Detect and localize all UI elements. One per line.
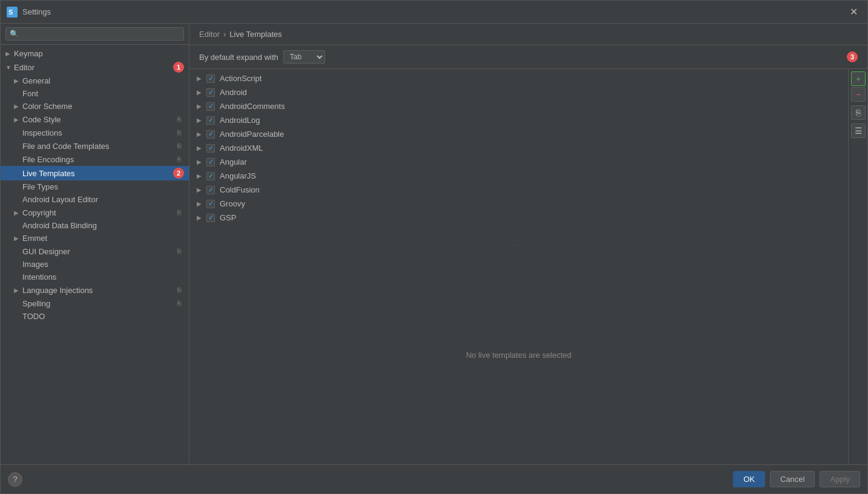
- sidebar-item-label: Spelling: [22, 299, 174, 308]
- sidebar-item-label: Editor: [14, 63, 171, 72]
- search-input[interactable]: [21, 30, 180, 38]
- expand-select[interactable]: Tab Enter Space: [283, 50, 325, 64]
- app-icon: S: [7, 7, 18, 18]
- template-group-coldfusion[interactable]: ▶ ColdFusion: [189, 183, 848, 197]
- template-checkbox[interactable]: [206, 88, 215, 97]
- settings-window: S Settings ✕ 🔍 ▶ Keymap: [0, 0, 868, 494]
- badge-3: 3: [847, 51, 858, 62]
- arrow-icon: ▶: [14, 209, 22, 216]
- expand-arrow-icon: ▶: [197, 75, 204, 82]
- search-icon: 🔍: [10, 30, 19, 38]
- sidebar-item-label: Images: [22, 260, 184, 269]
- close-button[interactable]: ✕: [846, 5, 861, 19]
- help-button[interactable]: ?: [8, 472, 22, 487]
- sidebar-item-file-types[interactable]: ▶ File Types: [1, 180, 189, 193]
- copy-icon: ⎘: [174, 208, 184, 217]
- template-group-gsp[interactable]: ▶ GSP: [189, 211, 848, 225]
- sidebar-item-label: File Encodings: [22, 155, 174, 164]
- templates-list: ▶ ActionScript ▶ Android ▶: [189, 69, 848, 244]
- template-checkbox[interactable]: [206, 186, 215, 194]
- expand-arrow-icon: ▶: [197, 103, 204, 110]
- template-name: ActionScript: [220, 74, 261, 83]
- template-checkbox[interactable]: [206, 214, 215, 222]
- template-group-androidcomments[interactable]: ▶ AndroidComments: [189, 99, 848, 113]
- arrow-icon: ▶: [5, 50, 14, 57]
- template-group-androidparcelable[interactable]: ▶ AndroidParcelable: [189, 127, 848, 141]
- sidebar-item-label: Font: [22, 89, 184, 98]
- main-content: 🔍 ▶ Keymap ▼ Editor 1 ▶: [1, 24, 867, 464]
- template-group-android[interactable]: ▶ Android: [189, 85, 848, 99]
- badge-2: 2: [173, 168, 184, 179]
- content-header: Editor › Live Templates: [189, 24, 867, 45]
- menu-template-button[interactable]: ☰: [851, 123, 866, 138]
- sidebar-item-label: Copyright: [22, 208, 174, 217]
- copy-icon: ⎘: [174, 246, 184, 256]
- sidebar-item-android-data-binding[interactable]: ▶ Android Data Binding: [1, 219, 189, 232]
- sidebar-item-label: Keymap: [14, 49, 184, 58]
- arrow-icon: ▶: [14, 77, 22, 84]
- template-checkbox[interactable]: [206, 158, 215, 166]
- sidebar-item-label: Live Templates: [22, 169, 171, 178]
- template-checkbox[interactable]: [206, 74, 215, 83]
- sidebar-item-gui-designer[interactable]: ▶ GUI Designer ⎘: [1, 245, 189, 258]
- template-group-angular[interactable]: ▶ Angular: [189, 155, 848, 169]
- sidebar-item-color-scheme[interactable]: ▶ Color Scheme: [1, 100, 189, 113]
- template-group-angularjs[interactable]: ▶ AngularJS: [189, 169, 848, 183]
- sidebar-item-todo[interactable]: ▶ TODO: [1, 310, 189, 323]
- breadcrumb-current: Live Templates: [229, 30, 281, 39]
- sidebar-item-code-style[interactable]: ▶ Code Style ⎘: [1, 113, 189, 126]
- sidebar-item-language-injections[interactable]: ▶ Language Injections ⎘: [1, 283, 189, 297]
- apply-button[interactable]: Apply: [820, 471, 860, 487]
- template-checkbox[interactable]: [206, 130, 215, 139]
- arrow-icon: ▼: [5, 64, 14, 71]
- sidebar-item-general[interactable]: ▶ General: [1, 74, 189, 87]
- template-group-androidlog[interactable]: ▶ AndroidLog: [189, 113, 848, 127]
- sidebar-item-spelling[interactable]: ▶ Spelling ⎘: [1, 297, 189, 310]
- sidebar-item-label: Color Scheme: [22, 102, 184, 111]
- sidebar-item-android-layout-editor[interactable]: ▶ Android Layout Editor: [1, 193, 189, 206]
- template-group-actionscript[interactable]: ▶ ActionScript: [189, 71, 848, 85]
- template-group-androidxml[interactable]: ▶ AndroidXML: [189, 141, 848, 155]
- template-checkbox[interactable]: [206, 200, 215, 208]
- sidebar-item-label: Inspections: [22, 128, 174, 137]
- sidebar-item-editor[interactable]: ▼ Editor 1: [1, 60, 189, 74]
- sidebar-item-file-code-templates[interactable]: ▶ File and Code Templates ⎘: [1, 139, 189, 153]
- template-checkbox[interactable]: [206, 144, 215, 153]
- template-group-groovy[interactable]: ▶ Groovy: [189, 197, 848, 211]
- footer-left: ?: [8, 472, 22, 487]
- sidebar-item-intentions[interactable]: ▶ Intentions: [1, 271, 189, 283]
- sidebar-item-keymap[interactable]: ▶ Keymap: [1, 47, 189, 60]
- template-name: AngularJS: [220, 171, 256, 180]
- title-bar: S Settings ✕: [1, 1, 867, 24]
- template-name: AndroidLog: [220, 116, 260, 125]
- template-checkbox[interactable]: [206, 172, 215, 180]
- sidebar: 🔍 ▶ Keymap ▼ Editor 1 ▶: [1, 24, 189, 464]
- content-area: Editor › Live Templates By default expan…: [189, 24, 867, 464]
- arrow-icon: ▶: [14, 287, 22, 294]
- sidebar-item-emmet[interactable]: ▶ Emmet: [1, 232, 189, 245]
- ok-button[interactable]: OK: [733, 471, 765, 487]
- expand-arrow-icon: ▶: [197, 200, 204, 207]
- sidebar-item-copyright[interactable]: ▶ Copyright ⎘: [1, 206, 189, 219]
- sidebar-item-file-encodings[interactable]: ▶ File Encodings ⎘: [1, 153, 189, 166]
- add-template-button[interactable]: +: [851, 71, 866, 86]
- template-checkbox[interactable]: [206, 102, 215, 111]
- arrow-icon: ▶: [14, 116, 22, 123]
- sidebar-item-label: Emmet: [22, 234, 184, 243]
- sidebar-item-live-templates[interactable]: ▶ Live Templates 2: [1, 166, 189, 180]
- template-checkbox[interactable]: [206, 116, 215, 125]
- sidebar-item-label: File and Code Templates: [22, 142, 174, 151]
- arrow-icon: ▶: [14, 103, 22, 110]
- window-title: Settings: [22, 7, 51, 16]
- sidebar-item-font[interactable]: ▶ Font: [1, 87, 189, 100]
- breadcrumb-parent: Editor: [199, 30, 220, 39]
- expand-label: By default expand with: [199, 53, 278, 62]
- cancel-button[interactable]: Cancel: [770, 471, 815, 487]
- sidebar-item-label: GUI Designer: [22, 247, 174, 256]
- remove-template-button[interactable]: −: [851, 87, 866, 102]
- sidebar-item-images[interactable]: ▶ Images: [1, 258, 189, 271]
- sidebar-item-label: File Types: [22, 182, 184, 191]
- sidebar-item-inspections[interactable]: ▶ Inspections ⎘: [1, 126, 189, 139]
- sidebar-item-label: Android Data Binding: [22, 221, 184, 230]
- copy-template-button[interactable]: ⎘: [851, 105, 866, 120]
